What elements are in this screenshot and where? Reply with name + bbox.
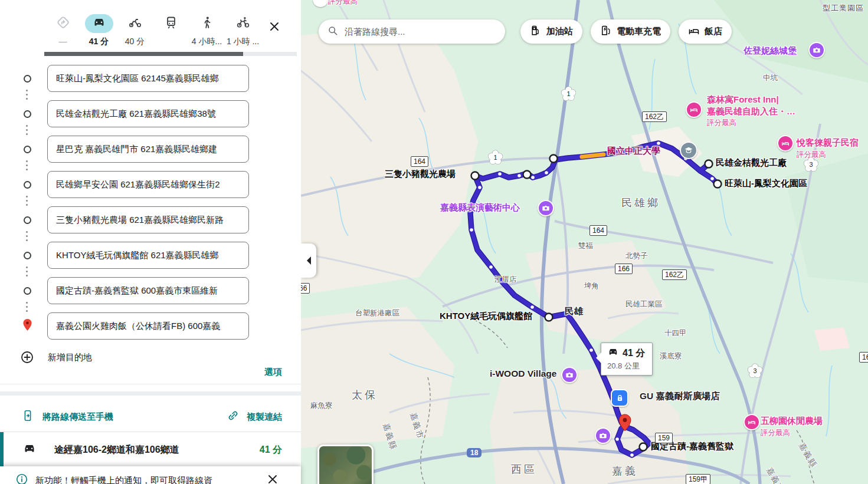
- waypoint-input[interactable]: 嘉義公園火雞肉飯（公休請看FB) 600嘉義: [47, 312, 249, 340]
- stop-circle-icon: [24, 252, 31, 259]
- camera-icon[interactable]: [595, 427, 611, 444]
- route-summary-row[interactable]: 途經嘉106-2鄉道和嘉106鄉道 41 分: [0, 432, 301, 467]
- road-shield: 159甲: [686, 474, 710, 484]
- hotel-icon[interactable]: [686, 101, 702, 118]
- mode-time: —: [59, 37, 67, 46]
- directions-panel: — 41 分 40 分 4 小時... 1 小時 ... 旺萊山-鳳梨文化園區 …: [0, 0, 301, 484]
- map-label[interactable]: 悅客徠親子民宿: [797, 137, 859, 149]
- gas-icon: [530, 25, 542, 39]
- chip-電動車充電[interactable]: 電動車充電: [591, 19, 670, 44]
- route-time-tooltip[interactable]: 41 分 20.8 公里: [601, 343, 653, 376]
- hotel-bed-icon: [688, 25, 700, 39]
- road-shield: 159: [655, 433, 673, 443]
- search-along-route[interactable]: [319, 19, 505, 44]
- notification-bar: 新功能！輕觸手機上的通知，即可取得路線資: [0, 466, 301, 484]
- map-label[interactable]: 佐登妮絲城堡: [743, 45, 797, 57]
- waypoint-input[interactable]: 國定古蹟-嘉義舊監獄 600嘉義市東區維新: [47, 277, 249, 304]
- waypoint-row: 民雄金桔觀光工廠 621嘉義縣民雄鄉38號: [0, 96, 301, 131]
- mode-underline-bar: [44, 52, 297, 56]
- map-label[interactable]: i-WOOD Village: [490, 368, 556, 379]
- travel-mode-walk[interactable]: 4 小時...: [189, 14, 225, 46]
- send-to-phone-button[interactable]: 將路線傳送至手機: [21, 409, 113, 424]
- svg-text:1: 1: [566, 90, 570, 97]
- map-label[interactable]: 民雄金桔觀光工廠: [716, 157, 787, 169]
- road-shield: 162乙: [662, 269, 687, 280]
- camera-icon[interactable]: [538, 200, 554, 216]
- map-label: 麻魚寮: [310, 401, 333, 411]
- destination-pin[interactable]: [618, 414, 632, 434]
- map-label[interactable]: 五柳園休閒農場: [761, 416, 823, 427]
- road-shield: 164: [589, 225, 607, 236]
- stop-circle-icon: [24, 146, 31, 153]
- map-label[interactable]: 森林寓Forest Inn|: [707, 94, 779, 106]
- divider: [0, 391, 301, 396]
- map-label: 民雄鄉: [621, 196, 660, 210]
- waypoint-input[interactable]: 旺萊山-鳳梨文化園區 62145嘉義縣民雄鄉: [47, 65, 249, 92]
- waypoint-row: 三隻小豬觀光農場 621嘉義縣民雄鄉民新路: [0, 202, 301, 238]
- map-label: 台塑新港廠區: [355, 308, 399, 318]
- collapse-panel-button[interactable]: [301, 243, 316, 278]
- waypoint-row: 民雄鄉早安公園 621嘉義縣民雄鄉保生街2: [0, 167, 301, 202]
- hotel-icon[interactable]: [777, 135, 794, 152]
- chevron-left-icon: [307, 256, 311, 265]
- close-icon: [267, 19, 281, 36]
- map-label[interactable]: 三隻小豬觀光農場: [385, 169, 456, 180]
- waypoint-input[interactable]: 民雄金桔觀光工廠 621嘉義縣民雄鄉38號: [47, 100, 249, 127]
- map-canvas[interactable]: 評分最高型工業園區佐登妮絲城堡中坑森林寓Forest Inn|嘉義民雄自助入住・…: [301, 0, 868, 484]
- map-label[interactable]: 嘉義縣表演藝術中心: [440, 202, 520, 213]
- close-directions-button[interactable]: [264, 18, 284, 38]
- map-label[interactable]: 嘉義民雄自助入住・…: [707, 106, 795, 117]
- chip-label: 加油站: [546, 26, 573, 37]
- road-shield: 1: [561, 86, 577, 102]
- travel-mode-drive[interactable]: 41 分: [81, 14, 117, 46]
- waypoint-input[interactable]: KHTOY絨毛玩偶旗艦館 621嘉義縣民雄鄉: [47, 242, 249, 269]
- route-dots: [26, 302, 28, 312]
- hotel-icon[interactable]: [743, 414, 760, 430]
- chip-飯店[interactable]: 飯店: [679, 19, 732, 44]
- stop-circle-icon: [24, 75, 31, 83]
- road-shield: 3: [803, 157, 819, 173]
- waypoint-input[interactable]: 三隻小豬觀光農場 621嘉義縣民雄鄉民新路: [47, 206, 249, 233]
- camera-icon[interactable]: [561, 367, 578, 383]
- stop-circle-icon: [24, 216, 31, 224]
- camera-icon[interactable]: [808, 42, 825, 58]
- map-label: 雙福: [578, 241, 593, 251]
- chip-label: 電動車充電: [617, 26, 661, 37]
- map-label[interactable]: KHTOY絨毛玩偶旗艦館: [440, 311, 532, 322]
- road-shield: 162乙: [642, 111, 667, 122]
- chip-加油站[interactable]: 加油站: [520, 19, 582, 44]
- options-link[interactable]: 選項: [264, 367, 282, 378]
- travel-mode-transit[interactable]: [153, 14, 189, 46]
- search-icon: [327, 25, 339, 39]
- svg-text:3: 3: [809, 161, 813, 168]
- university-icon[interactable]: [680, 141, 697, 159]
- travel-mode-best-routes[interactable]: —: [45, 14, 81, 46]
- road-shield: 3: [747, 363, 763, 379]
- motorcycle-icon: [128, 15, 142, 32]
- shopping-bag-icon[interactable]: [611, 389, 628, 407]
- copy-link-button[interactable]: 複製連結: [227, 409, 282, 424]
- mode-time: 41 分: [89, 37, 109, 46]
- mode-time: 1 小時 ...: [227, 37, 259, 46]
- map-label[interactable]: GU 嘉義耐斯廣場店: [640, 390, 720, 403]
- svg-text:3: 3: [753, 367, 756, 374]
- waypoint-input[interactable]: 星巴克 嘉義民雄門市 621嘉義縣民雄鄉建: [47, 136, 249, 163]
- map-label[interactable]: 國立中正大學: [607, 146, 660, 157]
- map-label[interactable]: 旺萊山-鳳梨文化園區: [725, 178, 807, 189]
- route-summary-duration: 41 分: [260, 444, 282, 456]
- waypoint-input[interactable]: 民雄鄉早安公園 621嘉義縣民雄鄉保生街2: [47, 171, 249, 198]
- car-icon: [92, 15, 106, 32]
- map-label: 評分最高: [328, 0, 358, 6]
- transit-icon: [164, 15, 178, 32]
- travel-mode-bicycle[interactable]: 1 小時 ...: [225, 14, 261, 46]
- map-label: 十四甲: [664, 328, 687, 338]
- search-input[interactable]: [345, 27, 492, 37]
- travel-mode-motorcycle[interactable]: 40 分: [117, 14, 153, 46]
- map-label: 西區: [511, 462, 537, 476]
- map-label[interactable]: 民雄: [565, 305, 583, 318]
- map-label: 江厝店: [494, 275, 517, 285]
- satellite-layer-thumbnail[interactable]: [317, 445, 374, 484]
- notification-close-icon[interactable]: [266, 472, 280, 484]
- travel-mode-bar: — 41 分 40 分 4 小時... 1 小時 ...: [45, 14, 261, 46]
- tooltip-duration: 41 分: [623, 347, 645, 360]
